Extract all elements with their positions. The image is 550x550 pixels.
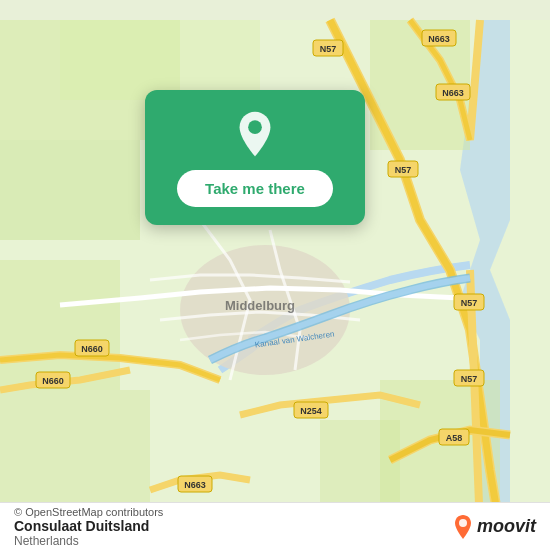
location-pin-icon	[231, 110, 279, 158]
svg-rect-3	[0, 260, 120, 390]
svg-text:N663: N663	[442, 88, 464, 98]
location-name: Consulaat Duitsland	[14, 518, 163, 534]
svg-text:N254: N254	[300, 406, 322, 416]
svg-text:N660: N660	[81, 344, 103, 354]
moovit-logo: moovit	[453, 515, 536, 539]
map-container: N663 N663 N57 N57 N57 N57 N660 N660 N254…	[0, 0, 550, 550]
location-country: Netherlands	[14, 534, 163, 548]
svg-text:N57: N57	[461, 374, 478, 384]
svg-rect-2	[0, 140, 140, 240]
take-me-there-button[interactable]: Take me there	[177, 170, 333, 207]
svg-text:N57: N57	[461, 298, 478, 308]
svg-point-35	[459, 519, 467, 527]
map-background: N663 N663 N57 N57 N57 N57 N660 N660 N254…	[0, 0, 550, 550]
bottom-bar: © OpenStreetMap contributors Consulaat D…	[0, 502, 550, 550]
bottom-left-section: © OpenStreetMap contributors Consulaat D…	[14, 506, 163, 548]
svg-text:N663: N663	[184, 480, 206, 490]
svg-text:N660: N660	[42, 376, 64, 386]
moovit-brand-text: moovit	[477, 516, 536, 537]
location-info: © OpenStreetMap contributors Consulaat D…	[14, 506, 163, 548]
svg-text:Middelburg: Middelburg	[225, 298, 295, 313]
svg-text:N663: N663	[428, 34, 450, 44]
svg-rect-7	[60, 20, 260, 100]
moovit-pin-icon	[453, 515, 473, 539]
copyright-text: © OpenStreetMap contributors	[14, 506, 163, 518]
svg-text:A58: A58	[446, 433, 463, 443]
svg-text:N57: N57	[395, 165, 412, 175]
popup-card: Take me there	[145, 90, 365, 225]
svg-point-34	[248, 120, 262, 134]
svg-text:N57: N57	[320, 44, 337, 54]
